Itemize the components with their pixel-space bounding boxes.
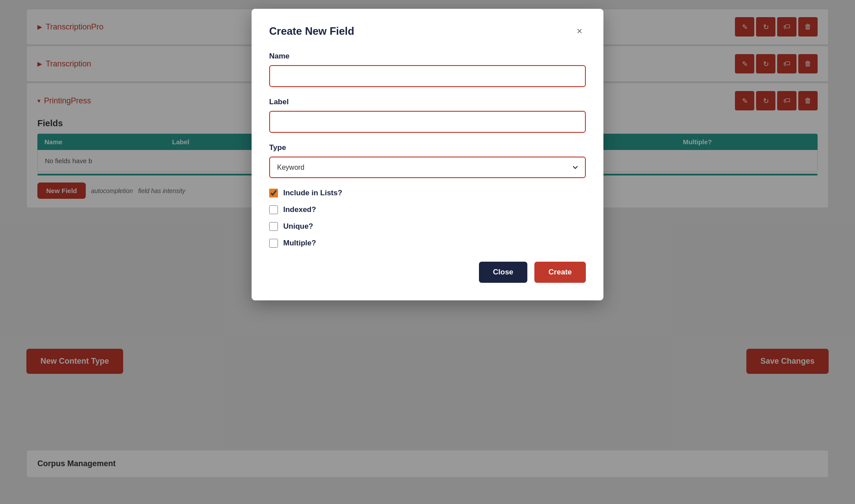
unique-checkbox[interactable] (269, 222, 278, 231)
modal-header: Create New Field × (269, 25, 586, 38)
checkbox-indexed[interactable]: Indexed? (269, 205, 586, 214)
checkbox-unique[interactable]: Unique? (269, 222, 586, 231)
close-modal-button[interactable]: Close (479, 262, 527, 283)
name-input[interactable] (269, 65, 586, 87)
include-in-lists-checkbox[interactable] (269, 189, 278, 197)
type-select[interactable]: Keyword Text Integer Float Boolean Date (269, 157, 586, 178)
modal-close-button[interactable]: × (573, 25, 586, 38)
label-form-group: Label (269, 98, 586, 133)
multiple-label: Multiple? (283, 239, 316, 248)
checkbox-group: Include in Lists? Indexed? Unique? Multi… (269, 189, 586, 248)
create-field-modal: Create New Field × Name Label Type Keywo… (252, 9, 603, 300)
label-label: Label (269, 98, 586, 106)
modal-footer: Close Create (269, 262, 586, 283)
name-label: Name (269, 52, 586, 61)
checkbox-multiple[interactable]: Multiple? (269, 239, 586, 248)
unique-label: Unique? (283, 222, 313, 231)
label-input[interactable] (269, 111, 586, 133)
create-modal-button[interactable]: Create (534, 262, 586, 283)
modal-overlay: Create New Field × Name Label Type Keywo… (0, 0, 855, 504)
name-form-group: Name (269, 52, 586, 87)
type-label: Type (269, 143, 586, 152)
indexed-checkbox[interactable] (269, 205, 278, 214)
modal-title: Create New Field (269, 25, 354, 37)
include-in-lists-label: Include in Lists? (283, 189, 342, 197)
type-form-group: Type Keyword Text Integer Float Boolean … (269, 143, 586, 178)
indexed-label: Indexed? (283, 205, 316, 214)
checkbox-include-in-lists[interactable]: Include in Lists? (269, 189, 586, 197)
multiple-checkbox[interactable] (269, 239, 278, 248)
